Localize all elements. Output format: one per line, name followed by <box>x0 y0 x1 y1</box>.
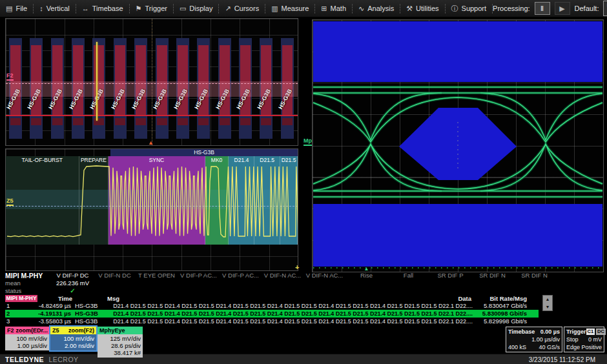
zoom-highlight-cursor[interactable] <box>96 42 98 121</box>
menu-item-label: File <box>15 5 27 12</box>
decode-protocol-badge: MIPI M-PHY <box>5 295 37 302</box>
zoom-waveform-trace <box>6 149 298 271</box>
utilities-icon: ⚒ <box>406 5 413 13</box>
menu-item-support[interactable]: ⓘSupport <box>446 0 493 17</box>
eye-mask <box>313 21 602 267</box>
burst-tail <box>73 118 83 125</box>
param-status <box>136 287 178 294</box>
menu-item-math[interactable]: ⊞Math <box>315 0 352 17</box>
col-header-data: Data <box>418 295 471 302</box>
measure-column-v-dif-p-ac-4[interactable]: V DIF-P AC... <box>178 272 220 294</box>
menu-item-measure[interactable]: ▥Measure <box>265 0 314 17</box>
burst-tail <box>282 118 293 125</box>
level-dashed-line <box>6 83 298 84</box>
param-value <box>471 279 513 287</box>
burst-waveform-panel[interactable]: HS-G3BHS-G3BHS-G3BHS-G3BHS-G3BHS-G3BHS-G… <box>5 18 298 146</box>
row-msg: HS-G3B <box>75 310 98 318</box>
param-status <box>220 287 262 294</box>
measure-column-sr-dif-n-11[interactable]: SR DIF N <box>471 272 513 294</box>
measure-column-v-dif-n-dc-2[interactable]: V DIF-N DC <box>94 272 136 294</box>
decode-row-2[interactable]: 2-4.19131 µsHS-G3BD21.4 D21.5 D21.5 D21.… <box>5 310 539 318</box>
measure-column-sr-dif-n-12[interactable]: SR DIF N <box>513 272 555 294</box>
menu-item-timebase[interactable]: ↔Timebase <box>76 0 129 17</box>
baseline-red-line <box>6 115 298 116</box>
channel-label-z5: Z5 <box>6 198 14 206</box>
undo-button[interactable]: Undo ↶ <box>603 1 607 16</box>
row-time: -3.55803 µs <box>17 318 71 325</box>
trace-descriptor-z5[interactable]: Z5zoom(F2)100 mV/div2.00 ns/div <box>50 327 96 350</box>
menu-item-display[interactable]: ▭Display <box>174 0 218 17</box>
param-status <box>178 287 220 294</box>
timebase-label: Timebase <box>508 328 535 336</box>
timebase-icon: ↔ <box>82 5 89 12</box>
menu-item-trigger[interactable]: ⚑Trigger <box>130 0 173 17</box>
measure-columns: V DIF-P DC226.236 mV✓V DIF-N DCT EYE OPE… <box>52 272 555 294</box>
menu-item-label: Timebase <box>92 5 123 12</box>
measure-column-v-dif-n-ac-7[interactable]: V DIF-N AC... <box>304 272 345 294</box>
param-value <box>220 279 262 287</box>
menu-item-utilities[interactable]: ⚒Utilities <box>400 0 444 17</box>
trigger-box[interactable]: Trigger C1 DC Stop0 mV EdgePositive <box>564 327 604 352</box>
param-value <box>387 279 429 287</box>
descriptor-id: Z5 <box>52 327 59 334</box>
menu-item-label: Trigger <box>145 5 167 12</box>
param-value <box>429 279 471 287</box>
burst-tail <box>157 118 167 125</box>
measure-column-fall-9[interactable]: Fall <box>387 272 429 294</box>
menu-item-vertical[interactable]: ↕Vertical <box>34 0 76 17</box>
row-data: D21.4 D21.5 D21.5 D21.4 D21.5 D21.5 D21.… <box>103 310 473 318</box>
pause-button[interactable]: Ⅱ <box>535 2 550 15</box>
descriptor-source: zoom(F2) <box>68 327 94 334</box>
menu-item-cursors[interactable]: ↗Cursors <box>219 0 265 17</box>
eye-diagram <box>313 20 603 272</box>
measure-column-v-dif-p-dc-1[interactable]: V DIF-P DC226.236 mV✓ <box>52 272 94 294</box>
param-value <box>262 279 304 287</box>
table-scrollbar[interactable]: ▲ ▼ <box>542 295 553 311</box>
trace-descriptor-mphyeye[interactable]: MphyEye125 mV/div28.6 ps/div38.417 k# <box>98 327 143 358</box>
burst-tail <box>136 118 146 125</box>
menu-item-label: Analysis <box>367 5 394 12</box>
scroll-up-icon[interactable]: ▲ <box>546 297 550 301</box>
trigger-source-badge: C1 <box>586 329 595 335</box>
descriptor-line: 100 mV/div <box>7 335 47 342</box>
vertical-icon: ↕ <box>39 5 43 12</box>
decode-table-header: MIPI M-PHY Time Msg Data Bit Rate/Msg <box>5 295 539 302</box>
display-icon: ▭ <box>180 5 186 13</box>
param-value <box>136 279 178 287</box>
trace-descriptor-f2[interactable]: F2zoom(EDr...100 mV/div1.00 µs/div <box>5 327 49 350</box>
row-bitrate: 5.830047 Gbit/s <box>468 302 527 310</box>
scroll-down-icon[interactable]: ▼ <box>546 305 550 309</box>
channel-label-mp: Mp <box>304 138 312 146</box>
measure-column-sr-dif-p-10[interactable]: SR DIF P <box>429 272 471 294</box>
row-index: 2 <box>6 310 10 318</box>
row-msg: HS-G3B <box>75 302 98 310</box>
menu-item-file[interactable]: ▤File <box>0 0 33 17</box>
descriptor-id: MphyEye <box>99 327 125 334</box>
measure-column-v-dif-p-ac-5[interactable]: V DIF-P AC... <box>220 272 262 294</box>
timebase-scale: 1.00 µs/div <box>531 336 560 343</box>
decode-row-1[interactable]: 1-4.82459 µsHS-G3BD21.4 D21.5 D21.5 D21.… <box>5 302 539 310</box>
measure-column-t-eye-open-3[interactable]: T EYE OPEN <box>136 272 178 294</box>
menu-item-label: Support <box>462 5 487 12</box>
param-status <box>471 287 513 294</box>
play-icon: ▶ <box>559 5 564 13</box>
play-button[interactable]: ▶ <box>555 2 570 15</box>
brand-lecroy: LECROY <box>48 356 78 363</box>
descriptor-line: 2.00 ns/div <box>52 342 94 349</box>
menu-item-label: Cursors <box>234 5 260 12</box>
decode-row-3[interactable]: 3-3.55803 µsHS-G3BD21.4 D21.5 D21.5 D21.… <box>5 318 539 325</box>
trigger-type: Edge <box>566 343 580 351</box>
zoom-waveform-panel[interactable]: TAIL-OF-BURSTPREPARESYNCMK0D21.4D21.5D21… <box>5 148 298 271</box>
measure-column-v-dif-n-ac-6[interactable]: V DIF-N AC... <box>262 272 304 294</box>
measure-column-rise-8[interactable]: ▲Rise <box>345 272 387 294</box>
param-label: Fall <box>387 272 429 279</box>
burst-tail <box>94 118 104 125</box>
eye-diagram-panel[interactable]: Mp <box>304 18 604 272</box>
pause-icon: Ⅱ <box>540 5 544 12</box>
param-value <box>178 279 220 287</box>
timebase-box[interactable]: Timebase0.00 µs 1.00 µs/div 400 kS40 GS/… <box>506 327 562 352</box>
descriptor-line: 125 mV/div <box>99 335 141 342</box>
menu-item-analysis[interactable]: ∿Analysis <box>353 0 400 17</box>
param-value <box>94 279 136 287</box>
param-status <box>387 287 429 294</box>
